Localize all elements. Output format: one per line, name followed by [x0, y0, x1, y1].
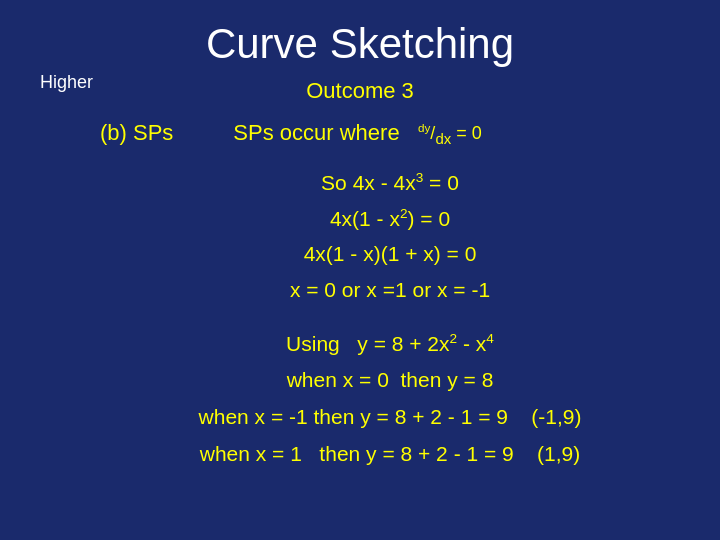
using-line-3: when x = -1 then y = 8 + 2 - 1 = 9 (-1,9…: [199, 399, 582, 436]
using-line-1: Using y = 8 + 2x2 - x4: [286, 326, 494, 363]
sp-line: (b) SPs SPs occur where dy/dx = 0: [100, 120, 482, 147]
slide-container: Curve Sketching Higher Outcome 3 (b) SPs…: [0, 0, 720, 540]
slide-title: Curve Sketching: [206, 20, 514, 68]
eq-line-2: 4x(1 - x2) = 0: [330, 201, 450, 237]
using-line-4: when x = 1 then y = 8 + 2 - 1 = 9 (1,9): [200, 436, 581, 473]
eq-line-3: 4x(1 - x)(1 + x) = 0: [304, 236, 477, 272]
sp-label: (b) SPs: [100, 120, 173, 146]
using-line-2: when x = 0 then y = 8: [287, 362, 494, 399]
eq-line-1: So 4x - 4x3 = 0: [321, 165, 459, 201]
using-block: Using y = 8 + 2x2 - x4 when x = 0 then y…: [100, 326, 680, 473]
eq-line-4: x = 0 or x =1 or x = -1: [290, 272, 490, 308]
content-area: (b) SPs SPs occur where dy/dx = 0 So 4x …: [40, 120, 680, 473]
equations-block: So 4x - 4x3 = 0 4x(1 - x2) = 0 4x(1 - x)…: [100, 165, 680, 308]
outcome-label: Outcome 3: [306, 78, 414, 104]
dy-dx-expression: dy/dx = 0: [418, 123, 482, 143]
sp-text: SPs occur where dy/dx = 0: [233, 120, 481, 147]
higher-label: Higher: [40, 72, 93, 93]
